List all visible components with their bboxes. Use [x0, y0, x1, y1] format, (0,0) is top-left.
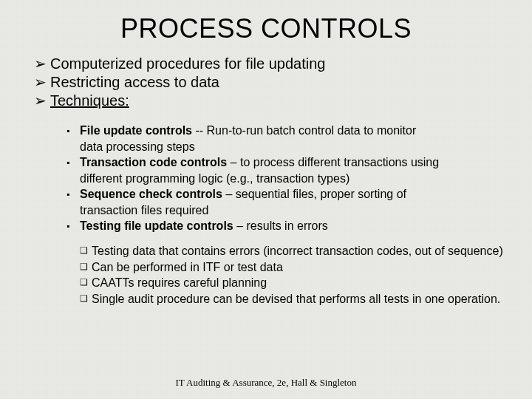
list-item-text: Testing data that contains errors (incor…: [92, 244, 503, 259]
list-item-continuation: transaction files required: [66, 203, 504, 218]
list-item-text: Techniques:: [50, 92, 129, 110]
slide: PROCESS CONTROLS ➢ Computerized procedur…: [0, 0, 532, 399]
square-outline-icon: ❑: [80, 276, 92, 290]
list-item-continuation: data processing steps: [66, 140, 504, 154]
list-item: ➢ Techniques:: [34, 92, 504, 110]
list-item-text: Transaction code controls – to process d…: [80, 155, 439, 170]
arrow-icon: ➢: [34, 73, 50, 92]
slide-title: PROCESS CONTROLS: [28, 13, 504, 44]
list-item-text: File update controls -- Run-to-run batch…: [80, 123, 416, 138]
list-item: ❑ Can be performed in ITF or test data: [80, 260, 504, 275]
list-item-continuation: different programming logic (e.g., trans…: [66, 171, 504, 186]
square-filled-icon: ▪: [66, 187, 80, 202]
square-outline-icon: ❑: [80, 260, 92, 275]
list-item: ▪ Sequence check controls – sequential f…: [66, 187, 504, 202]
square-filled-icon: ▪: [66, 123, 80, 138]
list-item: ▪ Testing file update controls – results…: [66, 219, 504, 233]
square-outline-icon: ❑: [80, 292, 92, 307]
list-item: ➢ Computerized procedures for file updat…: [34, 55, 504, 73]
list-item-text: Sequence check controls – sequential fil…: [80, 187, 406, 202]
list-item-text: Single audit procedure can be devised th…: [92, 292, 500, 307]
list-item: ▪ Transaction code controls – to process…: [66, 155, 504, 170]
bullet-list-level3: ❑ Testing data that contains errors (inc…: [80, 244, 504, 307]
list-item: ➢ Restricting access to data: [34, 73, 504, 92]
square-filled-icon: ▪: [66, 155, 80, 170]
arrow-icon: ➢: [34, 92, 50, 110]
list-item: ▪ File update controls -- Run-to-run bat…: [66, 123, 504, 138]
arrow-icon: ➢: [34, 55, 50, 73]
square-outline-icon: ❑: [80, 244, 92, 259]
list-item: ❑ Single audit procedure can be devised …: [80, 292, 504, 307]
square-filled-icon: ▪: [66, 219, 80, 233]
list-item-text: CAATTs requires careful planning: [92, 276, 267, 290]
slide-footer: IT Auditing & Assurance, 2e, Hall & Sing…: [0, 377, 532, 389]
list-item: ❑ CAATTs requires careful planning: [80, 276, 504, 290]
list-item-text: Restricting access to data: [50, 73, 219, 92]
list-item-text: Computerized procedures for file updatin…: [50, 55, 325, 73]
list-item-text: Testing file update controls – results i…: [80, 219, 328, 233]
list-item-text: Can be performed in ITF or test data: [92, 260, 283, 275]
bullet-list-level2: ▪ File update controls -- Run-to-run bat…: [66, 123, 504, 233]
bullet-list-level1: ➢ Computerized procedures for file updat…: [34, 55, 504, 110]
list-item: ❑ Testing data that contains errors (inc…: [80, 244, 504, 259]
